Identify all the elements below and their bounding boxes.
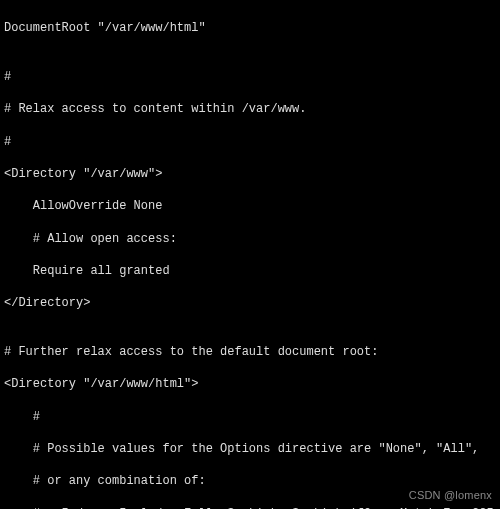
config-line: # [4,409,496,425]
terminal-viewport[interactable]: DocumentRoot "/var/www/html" # # Relax a… [0,0,500,509]
config-line: # [4,134,496,150]
config-line: # Further relax access to the default do… [4,344,496,360]
config-line: # Relax access to content within /var/ww… [4,101,496,117]
config-line: </Directory> [4,295,496,311]
config-line: DocumentRoot "/var/www/html" [4,20,496,36]
config-line: AllowOverride None [4,198,496,214]
config-line: <Directory "/var/www"> [4,166,496,182]
watermark-text: CSDN @lomenx [409,488,492,503]
config-line: # Possible values for the Options direct… [4,441,496,457]
config-line: <Directory "/var/www/html"> [4,376,496,392]
config-line: Require all granted [4,263,496,279]
config-line: # [4,69,496,85]
config-line: # Allow open access: [4,231,496,247]
